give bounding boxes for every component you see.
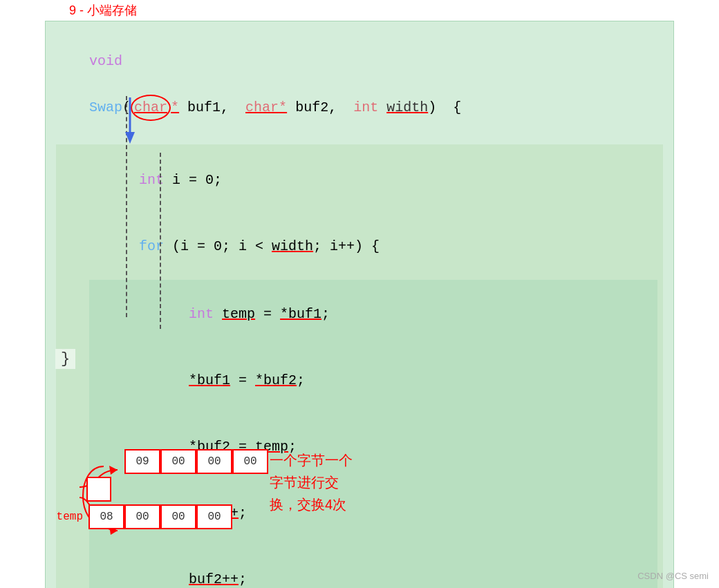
- mem-cell-1-4: 00: [232, 449, 268, 474]
- mem-cell-2-2: 00: [124, 504, 160, 529]
- code-inner-inner: int temp = *buf1; *buf1 = *buf2; *buf2 =…: [89, 280, 657, 588]
- code-line-4: int temp = *buf1;: [95, 281, 652, 348]
- desc-line-3: 换，交换4次: [270, 493, 353, 515]
- code-line-8: buf2++;: [95, 547, 652, 588]
- keyword-void: void: [89, 53, 122, 69]
- note-line-1: 9 - 小端存储: [69, 0, 719, 21]
- temp-box: [86, 477, 111, 502]
- mem-cell-2-1: 08: [88, 504, 124, 529]
- closing-brace: }: [55, 349, 75, 369]
- mem-row-2-container: temp 08 00 00 00: [45, 504, 268, 529]
- temp-label: temp: [45, 511, 83, 523]
- mem-cell-1-2: 00: [160, 449, 196, 474]
- svg-marker-3: [125, 132, 135, 144]
- mem-cell-2-4: 00: [196, 504, 232, 529]
- mem-row-1: 09 00 00 00: [124, 449, 268, 474]
- desc-line-1: 一个字节一个: [270, 449, 353, 471]
- mem-cell-1-1: 09: [124, 449, 160, 474]
- dashed-line-2: [160, 153, 161, 329]
- temp-row: [86, 477, 268, 502]
- blue-arrow: [116, 94, 144, 153]
- description-block: 一个字节一个 字节进行交 换，交换4次: [270, 449, 353, 515]
- watermark: CSDN @CS semi: [637, 571, 709, 581]
- code-line-5: *buf1 = *buf2;: [95, 348, 652, 414]
- code-line-2: int i = 0;: [62, 147, 657, 214]
- code-line-3: for (i = 0; i < width; i++) {: [62, 214, 657, 280]
- memory-diagram: 09 00 00 00 temp 08 00 00 00: [45, 449, 268, 529]
- code-line-1: void Swap(char* buf1, char* buf2, int wi…: [56, 28, 663, 143]
- mem-cell-2-3: 00: [160, 504, 196, 529]
- mem-row-2: 08 00 00 00: [88, 504, 232, 529]
- mem-cell-1-3: 00: [196, 449, 232, 474]
- desc-line-2: 字节进行交: [270, 471, 353, 493]
